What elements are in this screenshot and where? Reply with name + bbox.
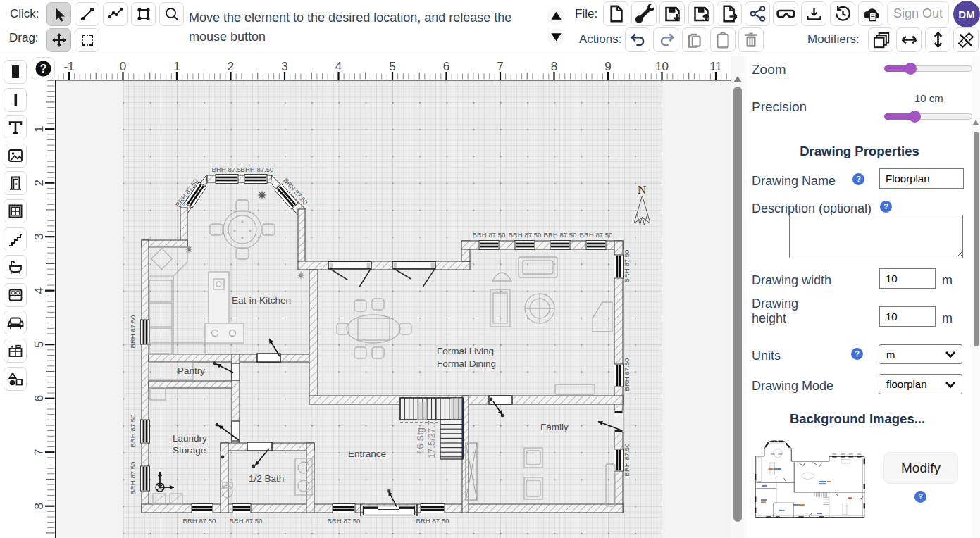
- svg-text:4: 4: [335, 60, 342, 73]
- svg-text:BRH 87.50: BRH 87.50: [416, 517, 449, 525]
- svg-text:Eat-in Kitchen: Eat-in Kitchen: [232, 295, 291, 306]
- svg-text:Entrance: Entrance: [348, 449, 386, 459]
- svg-text:Storage: Storage: [173, 445, 206, 456]
- svg-text:3: 3: [281, 60, 287, 73]
- svg-text:7: 7: [32, 449, 46, 455]
- svg-text:9: 9: [604, 60, 611, 73]
- svg-text:2: 2: [228, 60, 234, 73]
- svg-text:6: 6: [32, 395, 46, 401]
- svg-text:BRH 87.50: BRH 87.50: [328, 517, 361, 525]
- svg-text:BRH 87.50: BRH 87.50: [544, 231, 577, 239]
- svg-text:11: 11: [709, 60, 722, 73]
- svg-text:1/2 Bath: 1/2 Bath: [249, 473, 284, 484]
- svg-text:BRH 87.50: BRH 87.50: [509, 231, 542, 239]
- svg-text:2: 2: [32, 180, 46, 186]
- svg-text:N: N: [638, 182, 647, 196]
- svg-text:-1: -1: [63, 60, 74, 73]
- svg-text:0: 0: [120, 60, 126, 73]
- svg-text:BRH 87.50: BRH 87.50: [129, 415, 137, 448]
- svg-text:5: 5: [32, 341, 46, 347]
- svg-text:BRH 87.50: BRH 87.50: [212, 165, 245, 173]
- svg-text:4: 4: [32, 287, 46, 294]
- svg-text:Pantry: Pantry: [178, 365, 205, 376]
- svg-text:?: ?: [40, 63, 47, 75]
- svg-text:Laundry: Laundry: [173, 433, 207, 444]
- svg-text:BRH 87.50: BRH 87.50: [623, 250, 631, 283]
- svg-text:BRH 87.50: BRH 87.50: [473, 231, 506, 239]
- svg-text:1: 1: [173, 60, 180, 73]
- svg-text:Formal Living: Formal Living: [437, 346, 494, 356]
- svg-text:Formal Dining: Formal Dining: [437, 358, 496, 369]
- svg-text:Family: Family: [540, 422, 569, 432]
- svg-text:BRH 87.50: BRH 87.50: [623, 358, 631, 392]
- svg-text:BRH 87.50: BRH 87.50: [623, 444, 631, 477]
- svg-text:17.5/27.7: 17.5/27.7: [426, 420, 437, 458]
- svg-text:BRH 87.50: BRH 87.50: [129, 462, 137, 495]
- svg-text:BRH 87.50: BRH 87.50: [183, 517, 216, 525]
- svg-text:7: 7: [497, 60, 503, 73]
- svg-text:10: 10: [655, 60, 669, 73]
- svg-text:16 Stg.: 16 Stg.: [415, 425, 426, 453]
- svg-text:BRH 87.50: BRH 87.50: [241, 165, 274, 173]
- svg-text:8: 8: [551, 60, 557, 73]
- svg-text:BRH 87.50: BRH 87.50: [580, 231, 613, 239]
- svg-text:3: 3: [32, 233, 46, 239]
- svg-text:BRH 87.50: BRH 87.50: [230, 517, 263, 525]
- svg-text:5: 5: [389, 60, 395, 73]
- svg-text:8: 8: [32, 503, 46, 509]
- svg-text:1: 1: [32, 125, 46, 132]
- svg-text:6: 6: [443, 60, 449, 73]
- svg-text:BRH 87.50: BRH 87.50: [129, 315, 137, 349]
